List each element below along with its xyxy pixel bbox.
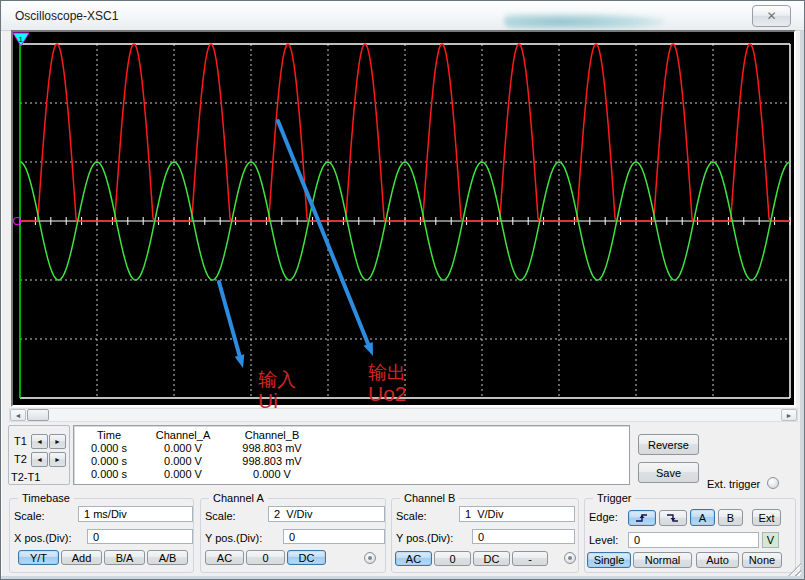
channel-b-ground-button[interactable]: 0: [434, 551, 471, 566]
scope-display-frame: 1: [11, 30, 796, 407]
svg-text:1: 1: [19, 35, 24, 44]
t1-channel-a-value: 0.000 V: [144, 442, 222, 455]
close-icon: ✕: [766, 10, 776, 22]
reverse-button[interactable]: Reverse: [638, 434, 699, 455]
trigger-auto-button[interactable]: Auto: [696, 552, 739, 568]
timebase-title: Timebase: [18, 492, 74, 504]
channel-b-ac-button[interactable]: AC: [395, 551, 432, 566]
t1-label: T1: [14, 435, 27, 447]
channel-b-minus-button[interactable]: -: [512, 551, 548, 566]
channel-a-ground-button[interactable]: 0: [246, 550, 285, 565]
channel-a-group: Channel A Scale: 2 V/Div Y pos.(Div): 0 …: [200, 498, 386, 573]
t1-left-button[interactable]: ◄: [31, 434, 48, 449]
trigger-group: Trigger Edge: A B Ext Level: 0 V Single …: [584, 498, 796, 573]
trigger-none-button[interactable]: None: [742, 552, 782, 568]
trigger-level-unit-select[interactable]: V: [762, 532, 779, 548]
t2-label: T2: [14, 453, 27, 465]
channel-b-title: Channel B: [400, 492, 459, 504]
t2-t1-time-value: 0.000 s: [74, 468, 144, 481]
trigger-normal-button[interactable]: Normal: [633, 552, 692, 568]
ext-trigger-terminal[interactable]: [767, 477, 779, 489]
annotation-output-cn: 输出: [368, 362, 407, 383]
col-header-channel-b: Channel_B: [222, 429, 322, 442]
col-header-time: Time: [74, 429, 144, 442]
channel-a-ypos-input[interactable]: 0: [283, 529, 385, 544]
cursor-controls: T1 ◄ ► T2 ◄ ► T2-T1: [8, 425, 70, 485]
scrollbar-thumb[interactable]: [27, 409, 49, 421]
glass-reflection: [504, 13, 664, 29]
channel-a-scale-input[interactable]: 2 V/Div: [268, 506, 385, 522]
t2-right-button[interactable]: ►: [49, 452, 66, 467]
arrow-left-icon: ◄: [36, 456, 43, 463]
falling-edge-icon: [665, 512, 681, 524]
channel-a-input-terminal[interactable]: [364, 552, 376, 564]
t1-time-value: 0.000 s: [74, 442, 144, 455]
close-button[interactable]: ✕: [752, 5, 791, 27]
rising-edge-icon: [634, 512, 650, 524]
annotation-input-cn: 输入: [258, 369, 296, 390]
save-button[interactable]: Save: [638, 462, 699, 483]
arrow-left-icon: ◄: [36, 438, 43, 445]
trigger-source-ext-button[interactable]: Ext: [752, 509, 781, 526]
timebase-group: Timebase Scale: 1 ms/Div X pos.(Div): 0 …: [9, 498, 194, 573]
col-header-channel-a: Channel_A: [144, 429, 222, 442]
trigger-edge-label: Edge:: [589, 511, 618, 523]
scope-display[interactable]: 1: [13, 32, 794, 405]
channel-b-input-terminal[interactable]: [564, 552, 576, 564]
t2-t1-channel-b-value: 0.000 V: [222, 468, 322, 481]
t2-t1-channel-a-value: 0.000 V: [144, 468, 222, 481]
trigger-title: Trigger: [593, 492, 635, 504]
t2-channel-a-value: 0.000 V: [144, 455, 222, 468]
annotation-output-sub: Uo2: [368, 383, 407, 404]
t2-time-value: 0.000 s: [74, 455, 144, 468]
annotation-input-sub: Ui: [258, 390, 296, 411]
t2-left-button[interactable]: ◄: [31, 452, 48, 467]
arrow-right-icon: ►: [54, 438, 61, 445]
scroll-left-button[interactable]: ◄: [10, 409, 26, 421]
channel-b-dc-button[interactable]: DC: [473, 551, 510, 566]
arrow-right-icon: ►: [786, 412, 793, 419]
channel-b-scale-label: Scale:: [396, 510, 427, 522]
trigger-falling-edge-button[interactable]: [659, 510, 687, 526]
timebase-add-button[interactable]: Add: [61, 550, 102, 565]
timebase-ba-button[interactable]: B/A: [104, 550, 145, 565]
channel-a-dc-button[interactable]: DC: [287, 550, 326, 565]
timebase-scale-input[interactable]: 1 ms/Div: [78, 506, 193, 522]
titlebar[interactable]: Oscilloscope-XSC1 ✕: [1, 1, 804, 31]
trigger-source-b-button[interactable]: B: [718, 509, 743, 526]
channel-a-ypos-label: Y pos.(Div):: [205, 532, 262, 544]
horizontal-scrollbar[interactable]: ◄ ►: [9, 408, 798, 422]
timebase-scale-label: Scale:: [14, 510, 45, 522]
timebase-xpos-input[interactable]: 0: [87, 529, 193, 544]
trigger-source-a-button[interactable]: A: [690, 509, 715, 526]
t2-channel-b-value: 998.803 mV: [222, 455, 322, 468]
ext-trigger-label: Ext. trigger: [707, 478, 760, 490]
scroll-right-button[interactable]: ►: [781, 409, 797, 421]
timebase-yt-button[interactable]: Y/T: [18, 550, 59, 565]
trigger-single-button[interactable]: Single: [587, 552, 631, 568]
t2-t1-label: T2-T1: [11, 471, 40, 483]
arrow-right-icon: ►: [54, 456, 61, 463]
channel-b-ypos-input[interactable]: 0: [472, 529, 575, 544]
trigger-level-input[interactable]: 0: [628, 532, 759, 548]
annotation-input: 输入 Ui: [258, 369, 296, 411]
t1-channel-b-value: 998.803 mV: [222, 442, 322, 455]
arrow-left-icon: ◄: [15, 412, 22, 419]
annotation-output: 输出 Uo2: [368, 362, 407, 404]
timebase-xpos-label: X pos.(Div):: [14, 532, 71, 544]
timebase-ab-button[interactable]: A/B: [147, 550, 188, 565]
readout-table: Time Channel_A Channel_B 0.000 s 0.000 V…: [73, 425, 630, 485]
channel-b-scale-input[interactable]: 1 V/Div: [459, 506, 575, 522]
oscilloscope-window: Oscilloscope-XSC1 ✕ 1 输入 Ui 输出 Uo2 ◄ ► T…: [0, 0, 805, 580]
channel-a-title: Channel A: [209, 492, 268, 504]
t1-right-button[interactable]: ►: [49, 434, 66, 449]
trigger-level-label: Level:: [589, 534, 618, 546]
channel-b-group: Channel B Scale: 1 V/Div Y pos.(Div): 0 …: [391, 498, 579, 573]
window-title: Oscilloscope-XSC1: [15, 9, 118, 23]
channel-a-ac-button[interactable]: AC: [205, 550, 244, 565]
trigger-rising-edge-button[interactable]: [628, 510, 656, 526]
channel-b-ypos-label: Y pos.(Div):: [396, 532, 453, 544]
channel-a-scale-label: Scale:: [205, 510, 236, 522]
